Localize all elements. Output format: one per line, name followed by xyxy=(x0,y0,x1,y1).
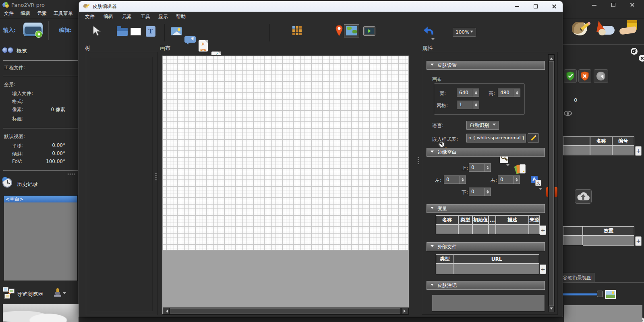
variables-add-button[interactable]: + xyxy=(540,225,546,235)
history-clock-icon xyxy=(2,178,12,188)
add-panorama-button[interactable] xyxy=(23,21,44,39)
language-label: 语言: xyxy=(432,122,443,129)
zoom-level-select[interactable]: 100% xyxy=(453,28,476,37)
height-spinner[interactable]: 480 xyxy=(498,89,520,97)
main-menu-elements[interactable]: 元素 xyxy=(37,10,47,17)
tilt-value: 0.00° xyxy=(36,151,65,156)
grid-icon xyxy=(292,26,295,29)
margins-header[interactable]: 边缘空白 xyxy=(427,148,545,157)
se-menu-help[interactable]: 帮助 xyxy=(176,13,186,20)
external-files-table: 类型 URL xyxy=(436,254,539,274)
scroll-down-button[interactable] xyxy=(549,306,554,312)
placement-table-add-button[interactable]: + xyxy=(635,236,642,246)
canvas-hscroll-thumb[interactable] xyxy=(170,308,400,314)
tree-view[interactable] xyxy=(91,57,153,311)
main-menu-tools[interactable]: 工具菜单 xyxy=(54,10,73,17)
thumbnail-grid-tool[interactable] xyxy=(292,26,302,35)
id-table-add-button[interactable]: + xyxy=(635,146,642,156)
se-menu-view[interactable]: 显示 xyxy=(158,13,168,20)
history-list[interactable]: <空白> xyxy=(4,195,78,281)
margin-bottom-value[interactable]: 0 xyxy=(469,188,485,196)
grid-value[interactable]: 1 xyxy=(457,101,473,109)
grid-spinner[interactable]: 1 xyxy=(457,101,479,109)
zoom-slider-handle[interactable] xyxy=(597,291,603,297)
rectangle-tool[interactable] xyxy=(130,28,141,35)
tilt-label: 倾斜: xyxy=(12,151,23,157)
caption-label: 标题: xyxy=(12,116,23,122)
stylesheet-field[interactable]: n { white-space:normal } xyxy=(466,134,526,142)
scroll-left-button[interactable] xyxy=(163,308,169,314)
pointer-tool[interactable] xyxy=(92,25,101,38)
protect-disable-button[interactable] xyxy=(578,69,591,83)
globe-select-button[interactable] xyxy=(594,69,608,83)
margin-top-value[interactable]: 0 xyxy=(469,163,485,172)
se-menu-tools[interactable]: 工具 xyxy=(141,13,150,20)
external-files-header[interactable]: 外部文件 xyxy=(427,242,545,251)
grid-spin-buttons[interactable] xyxy=(473,101,479,109)
canvas-splitter-handle[interactable] xyxy=(418,157,419,165)
scroll-up-button[interactable] xyxy=(549,55,554,60)
protect-enable-button[interactable] xyxy=(564,69,577,83)
video-tool[interactable] xyxy=(363,26,375,36)
skin-canvas-grid[interactable] xyxy=(163,56,408,250)
undo-dropdown-icon[interactable] xyxy=(431,38,435,42)
main-menu-file[interactable]: 文件 xyxy=(4,10,14,17)
history-list-item[interactable]: <空白> xyxy=(4,196,77,202)
map-tool-selected[interactable] xyxy=(344,24,359,37)
close-panel-icon[interactable] xyxy=(639,55,644,62)
width-spinner[interactable]: 640 xyxy=(457,89,479,97)
stylesheet-label: 嵌入样式表: xyxy=(432,136,458,143)
language-select[interactable]: 自动识别 xyxy=(466,121,499,130)
margin-right-spinner[interactable]: 0 xyxy=(498,175,520,184)
margin-right-value[interactable]: 0 xyxy=(498,175,514,184)
pin-tool[interactable] xyxy=(335,25,343,38)
width-value[interactable]: 640 xyxy=(457,89,473,97)
margin-left-value[interactable]: 0 xyxy=(444,175,460,184)
tree-splitter-handle[interactable] xyxy=(155,173,157,181)
tree-panel-label: 树 xyxy=(85,45,90,52)
se-menu-edit[interactable]: 编辑 xyxy=(104,13,113,20)
height-value[interactable]: 480 xyxy=(498,89,514,97)
stamp-dropdown-icon[interactable] xyxy=(63,292,66,296)
default-view-label: 默认视图: xyxy=(4,133,25,140)
skin-notes-header[interactable]: 皮肤注记 xyxy=(427,281,545,290)
undo-button[interactable] xyxy=(423,25,435,42)
scroll-right-button[interactable] xyxy=(402,308,408,314)
properties-vscrollbar[interactable] xyxy=(548,54,555,312)
stamp-icon[interactable] xyxy=(54,288,61,298)
street-view-tab[interactable]: 谷歌街景视图 xyxy=(560,273,594,283)
se-menu-file[interactable]: 文件 xyxy=(85,13,95,20)
se-maximize-button[interactable] xyxy=(534,4,538,8)
stylesheet-edit-button[interactable] xyxy=(528,133,539,143)
se-close-button[interactable] xyxy=(552,4,557,9)
se-minimize-button[interactable] xyxy=(515,6,519,7)
svg-file-tool[interactable]: ✳ SVG xyxy=(199,40,208,52)
skin-settings-header[interactable]: 皮肤设置 xyxy=(427,61,545,70)
panel-splitter-handle[interactable] xyxy=(68,173,75,175)
width-spin-buttons[interactable] xyxy=(473,89,479,97)
main-menu-edit[interactable]: 编辑 xyxy=(21,10,30,17)
textfield-tool[interactable] xyxy=(184,36,196,43)
properties-vscroll-thumb[interactable] xyxy=(549,61,554,306)
upload-button[interactable] xyxy=(575,189,592,204)
container-tool[interactable] xyxy=(117,28,128,36)
external-files-add-button[interactable]: + xyxy=(540,264,546,274)
image-preview-icon[interactable] xyxy=(605,290,616,299)
skin-editor-titlebar[interactable]: 皮肤编辑器 xyxy=(79,1,563,12)
margin-top-spinner[interactable]: 0 xyxy=(469,163,491,172)
zoom-slider-track[interactable] xyxy=(560,293,598,295)
height-spin-buttons[interactable] xyxy=(514,89,520,97)
se-menu-elements[interactable]: 元素 xyxy=(122,13,132,20)
skin-notes-textarea[interactable] xyxy=(432,295,545,312)
tour-thumbnail-image[interactable] xyxy=(3,304,79,322)
project-file-label: 工程文件: xyxy=(4,64,25,71)
float-panel-icon[interactable] xyxy=(631,48,638,55)
variables-header[interactable]: 变量 xyxy=(427,204,545,213)
margin-left-spinner[interactable]: 0 xyxy=(444,175,466,184)
zoom-level-value: 100% xyxy=(456,29,469,35)
image-tool[interactable] xyxy=(171,27,182,35)
margin-bottom-spinner[interactable]: 0 xyxy=(469,188,491,196)
canvas-hscrollbar[interactable] xyxy=(163,308,409,314)
canvas-viewport[interactable] xyxy=(162,55,409,315)
text-tool[interactable]: T xyxy=(146,26,155,37)
